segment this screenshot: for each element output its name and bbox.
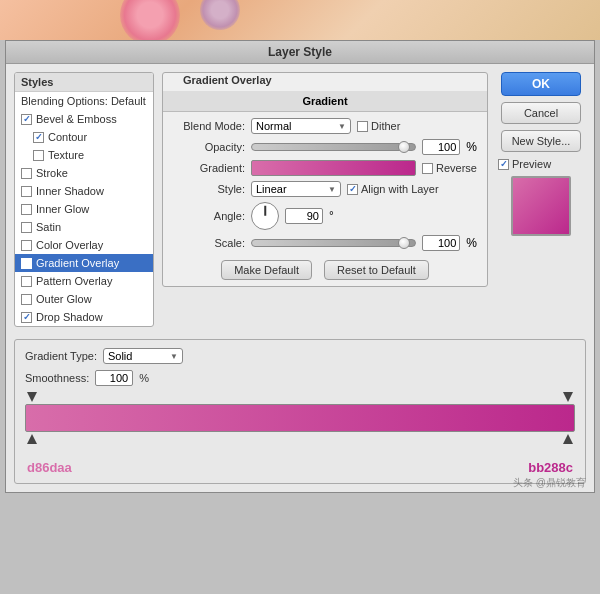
reverse-check[interactable]: Reverse (422, 162, 477, 174)
sidebar-item-label: Color Overlay (36, 239, 103, 251)
gradient-overlay-panel: Gradient Overlay Gradient Blend Mode: No… (162, 72, 488, 327)
cancel-button[interactable]: Cancel (501, 102, 581, 124)
pattern-overlay-checkbox[interactable] (21, 276, 32, 287)
top-stop-right-icon[interactable] (563, 392, 573, 402)
smoothness-input[interactable] (95, 370, 133, 386)
preview-checkbox[interactable] (498, 159, 509, 170)
scale-slider[interactable] (251, 239, 416, 247)
smoothness-row: Smoothness: % (25, 370, 575, 386)
sidebar-item-label: Blending Options: Default (21, 95, 146, 107)
color-right-label: bb288c (528, 460, 573, 475)
angle-dial[interactable] (251, 202, 279, 230)
sidebar-item-label: Inner Glow (36, 203, 89, 215)
sidebar-item-label: Outer Glow (36, 293, 92, 305)
sidebar-item-inner-shadow[interactable]: Inner Shadow (15, 182, 153, 200)
sidebar-item-color-overlay[interactable]: Color Overlay (15, 236, 153, 254)
sidebar-item-texture[interactable]: Texture (15, 146, 153, 164)
stroke-checkbox[interactable] (21, 168, 32, 179)
sidebar-item-satin[interactable]: Satin (15, 218, 153, 236)
opacity-slider[interactable] (251, 143, 416, 151)
bottom-stop-left-icon[interactable] (27, 434, 37, 444)
gradient-editor: Gradient Type: Solid ▼ Smoothness: % d86… (14, 339, 586, 484)
style-dropdown[interactable]: Linear ▼ (251, 181, 341, 197)
sidebar-item-label: Pattern Overlay (36, 275, 112, 287)
contour-checkbox[interactable] (33, 132, 44, 143)
ok-button[interactable]: OK (501, 72, 581, 96)
opacity-slider-thumb[interactable] (398, 141, 410, 153)
angle-input[interactable] (285, 208, 323, 224)
preview-thumbnail (511, 176, 571, 236)
color-labels-row: d86daa bb288c (25, 460, 575, 475)
scale-input[interactable] (422, 235, 460, 251)
action-buttons-row: Make Default Reset to Default (173, 260, 477, 280)
color-left-label: d86daa (27, 460, 72, 475)
sidebar-item-label: Inner Shadow (36, 185, 104, 197)
sidebar-item-contour[interactable]: Contour (15, 128, 153, 146)
sidebar-item-label: Texture (48, 149, 84, 161)
sidebar-item-drop-shadow[interactable]: Drop Shadow (15, 308, 153, 326)
top-stop-left-icon[interactable] (27, 392, 37, 402)
gradient-overlay-checkbox[interactable] (21, 258, 32, 269)
color-overlay-checkbox[interactable] (21, 240, 32, 251)
bottom-stop-right-icon[interactable] (563, 434, 573, 444)
make-default-button[interactable]: Make Default (221, 260, 312, 280)
bevel-checkbox[interactable] (21, 114, 32, 125)
reverse-label: Reverse (436, 162, 477, 174)
scale-row: Scale: % (173, 235, 477, 251)
new-style-button[interactable]: New Style... (501, 130, 581, 152)
sidebar-item-gradient-overlay[interactable]: Gradient Overlay (15, 254, 153, 272)
outer-glow-checkbox[interactable] (21, 294, 32, 305)
sidebar-item-blending[interactable]: Blending Options: Default (15, 92, 153, 110)
preview-label-text: Preview (512, 158, 551, 170)
dither-check[interactable]: Dither (357, 120, 400, 132)
gradient-overlay-section: Gradient Overlay Gradient Blend Mode: No… (162, 72, 488, 287)
dialog-title: Layer Style (6, 41, 594, 64)
inner-shadow-checkbox[interactable] (21, 186, 32, 197)
right-panel: OK Cancel New Style... Preview (496, 72, 586, 327)
reset-default-button[interactable]: Reset to Default (324, 260, 429, 280)
sidebar-item-outer-glow[interactable]: Outer Glow (15, 290, 153, 308)
sidebar-item-inner-glow[interactable]: Inner Glow (15, 200, 153, 218)
reverse-checkbox[interactable] (422, 163, 433, 174)
sidebar-item-label: Stroke (36, 167, 68, 179)
gradient-type-row: Gradient Type: Solid ▼ (25, 348, 575, 364)
sidebar-item-label: Drop Shadow (36, 311, 103, 323)
gradient-row: Gradient: Reverse (173, 160, 477, 176)
style-value: Linear (256, 183, 287, 195)
angle-unit: ° (329, 209, 334, 223)
blend-mode-value: Normal (256, 120, 291, 132)
gradient-track[interactable] (25, 404, 575, 432)
dropdown-arrow-icon: ▼ (338, 122, 346, 131)
scale-slider-thumb[interactable] (398, 237, 410, 249)
opacity-unit: % (466, 140, 477, 154)
align-checkbox[interactable] (347, 184, 358, 195)
opacity-input[interactable] (422, 139, 460, 155)
texture-checkbox[interactable] (33, 150, 44, 161)
section-inner-header: Gradient (163, 91, 487, 112)
smoothness-label: Smoothness: (25, 372, 89, 384)
top-decorative-image (0, 0, 600, 40)
dither-label: Dither (371, 120, 400, 132)
watermark: 头条 @鼎锐教育 (513, 476, 586, 490)
scale-unit: % (466, 236, 477, 250)
dither-checkbox[interactable] (357, 121, 368, 132)
style-row: Style: Linear ▼ Align with Layer (173, 181, 477, 197)
gradient-type-dropdown[interactable]: Solid ▼ (103, 348, 183, 364)
sidebar-item-pattern-overlay[interactable]: Pattern Overlay (15, 272, 153, 290)
gradient-label: Gradient: (173, 162, 245, 174)
bottom-stops-row (27, 434, 573, 446)
inner-glow-checkbox[interactable] (21, 204, 32, 215)
blend-mode-row: Blend Mode: Normal ▼ Dither (173, 118, 477, 134)
form-grid: Blend Mode: Normal ▼ Dither Opacity: (163, 112, 487, 286)
drop-shadow-checkbox[interactable] (21, 312, 32, 323)
align-label: Align with Layer (361, 183, 439, 195)
gradient-picker[interactable] (251, 160, 416, 176)
align-check[interactable]: Align with Layer (347, 183, 439, 195)
opacity-label: Opacity: (173, 141, 245, 153)
satin-checkbox[interactable] (21, 222, 32, 233)
sidebar-item-bevel[interactable]: Bevel & Emboss (15, 110, 153, 128)
sidebar-item-stroke[interactable]: Stroke (15, 164, 153, 182)
preview-label-row: Preview (498, 158, 551, 170)
blend-mode-dropdown[interactable]: Normal ▼ (251, 118, 351, 134)
sidebar-item-label: Contour (48, 131, 87, 143)
